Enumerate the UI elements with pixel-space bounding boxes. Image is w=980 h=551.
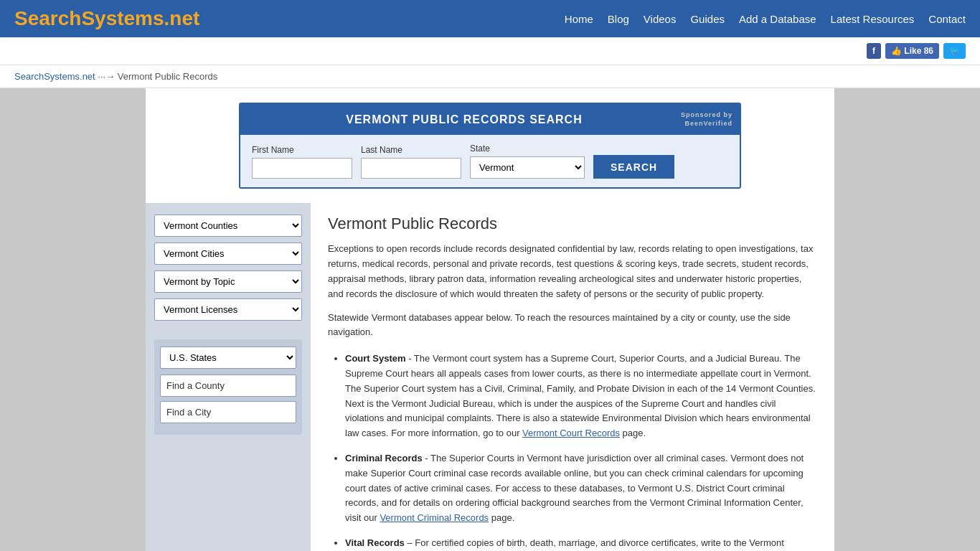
court-system-item: Court System - The Vermont court system … bbox=[345, 352, 817, 441]
twitter-button[interactable]: 🐦 bbox=[943, 43, 966, 59]
page-title: Vermont Public Records bbox=[328, 215, 817, 233]
nav-blog[interactable]: Blog bbox=[608, 13, 629, 25]
first-name-label: First Name bbox=[252, 145, 352, 155]
us-states-section: U.S. States Find a County Find a City bbox=[154, 339, 302, 435]
search-title: VERMONT PUBLIC RECORDS SEARCH bbox=[248, 113, 681, 126]
state-select[interactable]: VermontAlabamaAlaskaArizonaArkansasCalif… bbox=[470, 156, 585, 179]
nav-guides[interactable]: Guides bbox=[690, 13, 725, 25]
court-system-text: - The Vermont court system has a Supreme… bbox=[345, 353, 816, 438]
last-name-field: Last Name bbox=[361, 145, 461, 179]
content-wrapper: Vermont CountiesAddisonBenningtonCaledon… bbox=[146, 203, 834, 551]
page-wrapper: VERMONT PUBLIC RECORDS SEARCH Sponsored … bbox=[146, 88, 834, 551]
state-field: State VermontAlabamaAlaskaArizonaArkansa… bbox=[470, 143, 585, 179]
records-list: Court System - The Vermont court system … bbox=[328, 352, 817, 551]
criminal-records-title: Criminal Records bbox=[345, 453, 423, 463]
vermont-counties-dropdown[interactable]: Vermont CountiesAddisonBenningtonCaledon… bbox=[154, 215, 302, 237]
search-button[interactable]: SEARCH bbox=[593, 155, 674, 179]
last-name-label: Last Name bbox=[361, 145, 461, 155]
breadcrumb-home[interactable]: SearchSystems.net bbox=[14, 71, 95, 82]
sidebar: Vermont CountiesAddisonBenningtonCaledon… bbox=[146, 203, 311, 551]
us-states-dropdown[interactable]: U.S. States bbox=[160, 347, 296, 369]
site-logo[interactable]: SearchSystems.net bbox=[14, 7, 199, 30]
breadcrumb-current: Vermont Public Records bbox=[118, 71, 217, 82]
search-box: VERMONT PUBLIC RECORDS SEARCH Sponsored … bbox=[239, 103, 741, 189]
search-body: First Name Last Name State VermontAlabam… bbox=[240, 135, 740, 187]
vital-records-title: Vital Records bbox=[345, 537, 405, 548]
logo-text: SearchSystems bbox=[14, 7, 164, 29]
nav-add-database[interactable]: Add a Database bbox=[739, 13, 816, 25]
nav-home[interactable]: Home bbox=[565, 13, 593, 25]
court-system-title: Court System bbox=[345, 353, 406, 364]
like-button[interactable]: 👍 Like 86 bbox=[885, 43, 939, 59]
logo-ext: .net bbox=[164, 7, 200, 29]
find-county-link[interactable]: Find a County bbox=[160, 375, 296, 397]
criminal-records-item: Criminal Records - The Superior Courts i… bbox=[345, 451, 817, 526]
nav-videos[interactable]: Videos bbox=[644, 13, 677, 25]
vermont-by-topic-dropdown[interactable]: Vermont by Topic bbox=[154, 270, 302, 293]
nav-contact[interactable]: Contact bbox=[928, 13, 966, 25]
facebook-button[interactable]: f bbox=[867, 43, 881, 59]
nav-latest-resources[interactable]: Latest Resources bbox=[831, 13, 915, 25]
vital-records-item: Vital Records – For certified copies of … bbox=[345, 536, 817, 551]
first-name-input[interactable] bbox=[252, 158, 352, 179]
first-name-field: First Name bbox=[252, 145, 352, 179]
social-bar: f 👍 Like 86 🐦 bbox=[0, 37, 980, 65]
state-label: State bbox=[470, 143, 585, 154]
search-header: VERMONT PUBLIC RECORDS SEARCH Sponsored … bbox=[240, 104, 740, 135]
main-nav: Home Blog Videos Guides Add a Database L… bbox=[565, 13, 966, 25]
search-section: VERMONT PUBLIC RECORDS SEARCH Sponsored … bbox=[146, 88, 834, 203]
vermont-criminal-records-link[interactable]: Vermont Criminal Records bbox=[380, 512, 489, 523]
vermont-cities-dropdown[interactable]: Vermont Cities bbox=[154, 242, 302, 265]
find-city-link[interactable]: Find a City bbox=[160, 401, 296, 423]
main-content: Vermont Public Records Exceptions to ope… bbox=[311, 203, 834, 551]
vermont-court-records-link[interactable]: Vermont Court Records bbox=[522, 428, 620, 438]
statewide-paragraph: Statewide Vermont databases appear below… bbox=[328, 311, 817, 341]
sponsored-label: Sponsored by BeenVerified bbox=[681, 111, 732, 128]
vermont-licenses-dropdown[interactable]: Vermont Licenses bbox=[154, 298, 302, 321]
intro-paragraph: Exceptions to open records include recor… bbox=[328, 242, 817, 301]
breadcrumb-separator: ···→ bbox=[98, 71, 115, 82]
site-header: SearchSystems.net Home Blog Videos Guide… bbox=[0, 0, 980, 37]
breadcrumb: SearchSystems.net ···→ Vermont Public Re… bbox=[0, 65, 980, 88]
last-name-input[interactable] bbox=[361, 158, 461, 179]
vital-records-text: – For certified copies of birth, death, … bbox=[345, 537, 802, 551]
